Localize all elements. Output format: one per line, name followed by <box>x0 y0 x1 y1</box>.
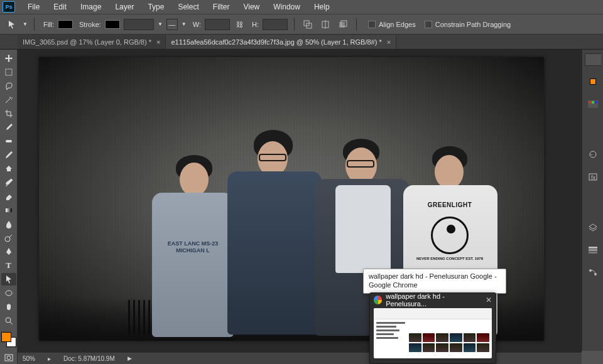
move-tool[interactable] <box>1 52 16 65</box>
zoom-tool[interactable] <box>1 314 16 327</box>
menu-layer[interactable]: Layer <box>109 1 140 13</box>
svg-rect-4 <box>339 22 345 28</box>
foreground-background-colors[interactable] <box>1 332 16 347</box>
scrubby-zoom-icon[interactable]: ▸ <box>48 355 51 362</box>
lasso-tool[interactable] <box>1 80 16 92</box>
ellipse-tool[interactable] <box>1 287 16 299</box>
menu-help[interactable]: Help <box>308 1 336 13</box>
path-selection-tool[interactable] <box>1 273 16 286</box>
paths-panel-icon[interactable] <box>585 265 601 279</box>
canvas-image-content <box>227 134 322 341</box>
close-icon[interactable]: × <box>387 38 391 46</box>
pen-tool[interactable] <box>1 245 16 258</box>
document-tab-active[interactable]: e1115afea56dcaf0c273a4f3d9fc7f3a.jpg @ 5… <box>166 35 396 49</box>
svg-rect-23 <box>589 252 597 254</box>
svg-rect-16 <box>592 101 594 104</box>
svg-rect-17 <box>595 101 597 104</box>
svg-point-13 <box>7 356 11 360</box>
chevron-down-icon[interactable]: ▼ <box>182 21 187 27</box>
stroke-label: Stroke: <box>79 21 101 28</box>
menu-view[interactable]: View <box>237 1 266 13</box>
chevron-down-icon[interactable]: ▼ <box>23 21 28 27</box>
hand-tool[interactable] <box>1 301 16 313</box>
fill-swatch[interactable] <box>58 20 73 29</box>
height-input[interactable] <box>263 19 288 30</box>
svg-point-11 <box>6 318 11 323</box>
photoshop-logo: Ps <box>3 1 15 13</box>
menu-file[interactable]: File <box>21 1 46 13</box>
chrome-icon <box>374 296 382 304</box>
path-arrangement-button[interactable] <box>336 18 350 31</box>
svg-rect-8 <box>6 208 12 212</box>
constrain-path-label: Constrain Path Dragging <box>435 21 511 28</box>
foreground-color-swatch[interactable] <box>1 332 11 342</box>
options-bar: ▼ Fill: Stroke: ▼ — ▼ W: ⛓ H: Align Edge… <box>0 14 603 35</box>
close-icon[interactable]: × <box>156 38 160 46</box>
tab-label: IMG_3065.psd @ 17% (Layer 0, RGB/8) * <box>23 38 151 46</box>
path-operations-button[interactable] <box>301 18 315 31</box>
fill-label: Fill: <box>43 21 54 28</box>
adjustments-panel-icon[interactable] <box>585 147 601 161</box>
close-icon[interactable]: ✕ <box>486 296 492 304</box>
workspace: EAST LANC MS-23 MICHIGAN L GREENLIGHT NE… <box>18 50 582 352</box>
align-edges-checkbox[interactable]: Align Edges <box>368 21 416 28</box>
stroke-swatch[interactable] <box>105 20 120 29</box>
right-panel-dock: fx <box>582 50 603 351</box>
stroke-width-input[interactable] <box>124 19 154 30</box>
zoom-level[interactable]: 50% <box>23 355 35 362</box>
menu-image[interactable]: Image <box>74 1 107 13</box>
svg-rect-7 <box>6 140 12 142</box>
menu-filter[interactable]: Filter <box>207 1 236 13</box>
color-panel-icon[interactable] <box>585 75 601 88</box>
status-bar: 50% ▸ Doc: 5.87M/10.9M ▶ <box>18 352 582 364</box>
quick-mask-toggle[interactable] <box>1 352 16 363</box>
svg-text:fx: fx <box>591 174 596 181</box>
clone-stamp-tool[interactable] <box>1 163 16 175</box>
path-selection-icon <box>5 18 19 31</box>
menu-select[interactable]: Select <box>171 1 205 13</box>
constrain-path-checkbox[interactable]: Constrain Path Dragging <box>425 21 511 28</box>
menu-edit[interactable]: Edit <box>47 1 73 13</box>
eraser-tool[interactable] <box>1 190 16 203</box>
thumbnail-content[interactable] <box>374 308 492 358</box>
tool-panel: T <box>0 50 18 364</box>
thumbnail-title: wallpaper dark hd - Penelusura... <box>386 292 482 308</box>
align-edges-label: Align Edges <box>379 21 416 28</box>
chevron-right-icon[interactable]: ▶ <box>128 355 132 361</box>
eyedropper-tool[interactable] <box>1 121 16 134</box>
layers-panel-icon[interactable] <box>585 220 601 234</box>
history-brush-tool[interactable] <box>1 176 16 189</box>
menu-window[interactable]: Window <box>267 1 307 13</box>
svg-rect-22 <box>589 249 597 251</box>
marquee-tool[interactable] <box>1 66 16 78</box>
document-tab[interactable]: IMG_3065.psd @ 17% (Layer 0, RGB/8) * × <box>18 35 166 49</box>
panel-expand-handle[interactable] <box>585 53 601 66</box>
svg-rect-6 <box>6 69 12 75</box>
type-tool[interactable]: T <box>1 259 16 272</box>
brush-tool[interactable] <box>1 149 16 161</box>
tooltip-text: wallpaper dark hd - Penelusuran Google -… <box>369 272 497 289</box>
path-alignment-button[interactable] <box>318 18 332 31</box>
crop-tool[interactable] <box>1 107 16 120</box>
healing-brush-tool[interactable] <box>1 135 16 147</box>
document-tab-bar: IMG_3065.psd @ 17% (Layer 0, RGB/8) * × … <box>0 35 603 50</box>
swatches-panel-icon[interactable] <box>585 97 601 111</box>
link-icon[interactable]: ⛓ <box>236 21 243 28</box>
styles-panel-icon[interactable]: fx <box>585 170 601 184</box>
svg-rect-15 <box>589 101 591 104</box>
taskbar-thumbnail-preview[interactable]: wallpaper dark hd - Penelusura... ✕ <box>369 292 496 364</box>
channels-panel-icon[interactable] <box>585 243 601 257</box>
svg-point-10 <box>6 291 12 296</box>
stroke-style-dropdown[interactable]: — <box>166 19 178 30</box>
taskbar-tooltip: wallpaper dark hd - Penelusuran Google -… <box>363 269 506 294</box>
dodge-tool[interactable] <box>1 232 16 244</box>
menu-bar: Ps File Edit Image Layer Type Select Fil… <box>0 0 603 14</box>
blur-tool[interactable] <box>1 218 16 230</box>
height-label: H: <box>252 21 259 28</box>
menu-type[interactable]: Type <box>141 1 170 13</box>
width-input[interactable] <box>205 19 230 30</box>
magic-wand-tool[interactable] <box>1 94 16 106</box>
gradient-tool[interactable] <box>1 204 16 217</box>
svg-point-9 <box>5 237 10 242</box>
chevron-down-icon[interactable]: ▼ <box>158 21 163 27</box>
